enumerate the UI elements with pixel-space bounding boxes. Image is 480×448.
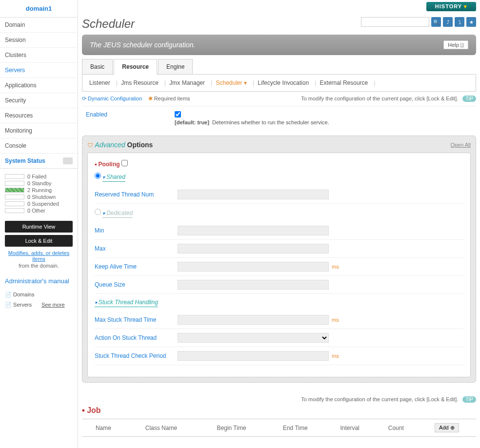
check-period-input[interactable] <box>178 351 329 361</box>
runtime-view-button[interactable]: Runtime View <box>5 221 73 233</box>
sidebar: domain1 Domain Session Clusters Servers … <box>0 0 78 448</box>
system-status-label: System Status <box>5 157 45 164</box>
nav-resources[interactable]: Resources <box>0 108 78 123</box>
subtabs: Listener| Jms Resource| Jmx Manager| Sch… <box>82 75 476 92</box>
nav-servers[interactable]: Servers <box>0 63 78 78</box>
status-list: 0 Failed 0 Standby 2 Running 0 Shutdown … <box>0 169 78 218</box>
top-bar: HISTORY <box>82 0 476 13</box>
check-period-unit: ms <box>332 353 339 359</box>
col-count: Count <box>375 419 418 437</box>
min-input[interactable] <box>178 226 329 235</box>
col-name: Name <box>82 419 125 437</box>
history-button[interactable]: HISTORY <box>426 2 476 11</box>
queue-size-input[interactable] <box>178 280 329 290</box>
nav-console[interactable]: Console <box>0 138 78 154</box>
enabled-row: Enabled [default: true] Determines wheth… <box>82 106 476 131</box>
nav-clusters[interactable]: Clusters <box>0 48 78 63</box>
job-table: Name Class Name Begin Time End Time Inte… <box>82 419 476 448</box>
page-title: Scheduler <box>82 17 135 31</box>
modify-link[interactable]: Modifies, adds, or deletes items <box>0 249 78 263</box>
dedicated-label[interactable]: Dedicated <box>102 210 133 218</box>
reserved-thread-input[interactable] <box>178 190 329 199</box>
manual-title: Administrator's manual <box>0 273 78 290</box>
nav-domain[interactable]: Domain <box>0 18 78 33</box>
subtab-lifecycle[interactable]: Lifecycle Invocation <box>258 79 309 86</box>
reserved-thread-label: Reserved Thread Num <box>95 191 178 198</box>
enabled-label: Enabled <box>82 111 175 118</box>
subtab-jms[interactable]: Jms Resource <box>121 79 159 86</box>
pooling-title: Pooling <box>95 160 463 168</box>
col-class: Class Name <box>125 419 198 437</box>
required-items-label: Required items <box>148 96 190 101</box>
nav-applications[interactable]: Applications <box>0 78 78 93</box>
dynamic-config-label: Dynamic Configuration <box>82 96 142 101</box>
shared-label[interactable]: Shared <box>102 174 125 182</box>
favorite-icon[interactable]: ★ <box>466 17 476 27</box>
tab-basic[interactable]: Basic <box>82 59 113 74</box>
no-results: No results <box>82 437 476 448</box>
tabs: Basic Resource Engine <box>82 59 476 75</box>
status-monitor-icon <box>63 157 73 164</box>
action-stuck-row: Action On Stuck Thread <box>95 329 463 347</box>
search-input[interactable] <box>361 17 429 27</box>
dedicated-section: Dedicated Min Max Keep Alive Time ms <box>95 209 463 294</box>
check-period-label: Stuck Thread Check Period <box>95 352 178 359</box>
advanced-section: Advanced Options Open All Pooling Shared… <box>82 136 476 383</box>
tab-engine[interactable]: Engine <box>158 59 193 74</box>
status-failed: 0 Failed <box>5 174 73 179</box>
keep-alive-label: Keep Alive Time <box>95 263 178 270</box>
config-bar: Dynamic Configuration Required items To … <box>82 92 476 106</box>
manual-domains[interactable]: Domains <box>0 290 78 300</box>
status-shutdown: 0 Shutdown <box>5 194 73 200</box>
nav-monitoring[interactable]: Monitoring <box>0 123 78 138</box>
advanced-title: Advanced Options <box>87 141 153 149</box>
export-icon[interactable]: ⤴ <box>443 17 453 27</box>
col-begin: Begin Time <box>198 419 265 437</box>
tab-resource[interactable]: Resource <box>114 59 157 75</box>
max-input[interactable] <box>178 244 329 253</box>
job-tip-badge[interactable]: TIP <box>462 396 476 403</box>
subtab-external[interactable]: External Resource <box>320 79 368 86</box>
nav-session[interactable]: Session <box>0 33 78 48</box>
pooling-checkbox[interactable] <box>121 160 128 166</box>
tip-badge[interactable]: TIP <box>462 96 476 102</box>
see-more-link[interactable]: See more <box>41 302 65 308</box>
keep-alive-input[interactable] <box>178 262 329 272</box>
max-label: Max <box>95 245 178 252</box>
xml-icon[interactable]: ⤵ <box>455 17 464 27</box>
help-button[interactable]: Help ⍰ <box>443 40 468 49</box>
job-section: To modify the configuration of the curre… <box>82 392 476 448</box>
max-stuck-input[interactable] <box>178 315 329 325</box>
stuck-section: Stuck Thread Handling Max Stuck Thread T… <box>95 299 463 365</box>
lock-edit-notice: To modify the configuration of the curre… <box>301 96 458 101</box>
search-icon[interactable]: 🔍 <box>431 17 441 27</box>
enabled-default: [default: true] Determines whether to ru… <box>175 119 329 125</box>
system-status-header: System Status <box>0 154 78 169</box>
advanced-body: Pooling Shared Reserved Thread Num Dedic… <box>87 153 471 377</box>
main-content: HISTORY Scheduler 🔍 ⤴ ⤵ ★ The JEUS sched… <box>78 0 480 448</box>
queue-size-label: Queue Size <box>95 281 178 288</box>
from-domain-text: from the domain. <box>0 263 78 273</box>
max-stuck-unit: ms <box>332 317 339 323</box>
keep-alive-unit: ms <box>332 264 339 270</box>
add-job-button[interactable]: Add ⊕ <box>435 423 459 432</box>
nav-security[interactable]: Security <box>0 93 78 108</box>
action-stuck-select[interactable] <box>178 333 329 343</box>
subtitle-text: The JEUS scheduler configuration. <box>90 41 195 49</box>
check-period-row: Stuck Thread Check Period ms <box>95 347 463 365</box>
subtab-scheduler[interactable]: Scheduler ▾ <box>216 79 247 86</box>
subtitle-bar: The JEUS scheduler configuration. Help ⍰ <box>82 35 476 55</box>
subtab-jmx[interactable]: Jmx Manager <box>169 79 205 86</box>
enabled-checkbox[interactable] <box>175 111 181 117</box>
lock-edit-button[interactable]: Lock & Edit <box>5 235 73 247</box>
subtab-listener[interactable]: Listener <box>89 79 110 86</box>
shared-radio[interactable] <box>95 173 101 179</box>
min-label: Min <box>95 227 178 234</box>
open-all-link[interactable]: Open All <box>450 142 471 148</box>
dedicated-radio[interactable] <box>95 209 101 215</box>
status-standby: 0 Standby <box>5 180 73 186</box>
manual-servers[interactable]: ServersSee more <box>0 300 78 310</box>
action-stuck-label: Action On Stuck Thread <box>95 334 178 341</box>
max-row: Max <box>95 240 463 258</box>
stuck-label[interactable]: Stuck Thread Handling <box>95 299 158 307</box>
